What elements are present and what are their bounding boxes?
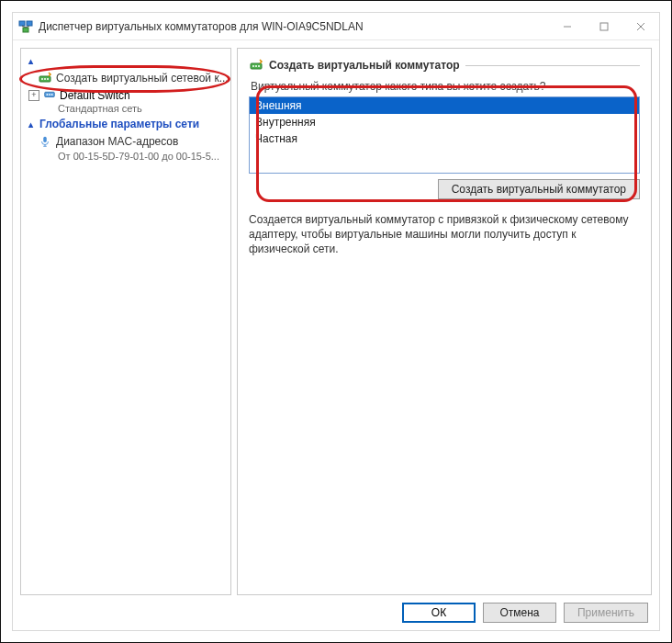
section-title: Создать виртуальный коммутатор — [269, 59, 460, 72]
svg-rect-3 — [600, 23, 608, 30]
chevron-up-icon: ▴ — [25, 56, 36, 66]
tree-group-switches[interactable]: ▴ Виртуальные коммутаторы — [21, 52, 230, 69]
network-switch-icon — [43, 87, 56, 103]
network-switch-icon — [249, 58, 263, 73]
tree-item-label: Диапазон MAC-адресов — [56, 135, 178, 148]
section-rule — [465, 65, 640, 66]
switch-type-option-external[interactable]: Внешняя — [250, 97, 639, 114]
titlebar: Диспетчер виртуальных коммутаторов для W… — [13, 13, 659, 40]
svg-point-7 — [47, 78, 49, 80]
svg-rect-0 — [19, 21, 25, 26]
tree-item-label: Default Switch — [56, 89, 130, 102]
expand-plus-icon[interactable]: + — [28, 90, 39, 101]
tree-item-label: Создать виртуальный сетевой к... — [56, 72, 229, 85]
window-title: Диспетчер виртуальных коммутаторов для W… — [39, 20, 543, 33]
switch-type-option-internal[interactable]: Внутренняя — [250, 114, 639, 130]
create-switch-button[interactable]: Создать виртуальный коммутатор — [438, 179, 640, 199]
svg-point-11 — [51, 94, 53, 96]
switch-type-description: Создается виртуальный коммутатор с привя… — [249, 212, 640, 257]
apply-button[interactable]: Применить — [564, 603, 648, 623]
create-button-row: Создать виртуальный коммутатор — [249, 179, 640, 199]
microphone-icon — [38, 134, 52, 149]
svg-point-10 — [49, 94, 50, 96]
svg-point-15 — [255, 65, 257, 67]
minimize-button[interactable] — [549, 13, 586, 39]
switch-type-listbox[interactable]: Внешняя Внутренняя Частная — [249, 96, 640, 174]
chevron-up-icon: ▴ — [25, 119, 36, 130]
cancel-button[interactable]: Отмена — [483, 603, 556, 623]
svg-rect-2 — [23, 28, 28, 32]
ok-button[interactable]: ОК — [402, 603, 476, 623]
dialog-footer: ОК Отмена Применить — [20, 601, 652, 623]
tree-item-mac-range[interactable]: Диапазон MAC-адресов — [21, 132, 230, 151]
app-icon — [18, 19, 33, 34]
left-tree-pane: ▴ Виртуальные коммутаторы Создать виртуа… — [20, 48, 231, 595]
network-switch-icon — [38, 71, 52, 85]
close-button[interactable] — [622, 13, 659, 39]
tree-group-global[interactable]: ▴ Глобальные параметры сети — [21, 116, 230, 132]
window-controls — [549, 13, 659, 39]
tree-item-subtext: Стандартная сеть — [21, 103, 230, 116]
tree-item-subtext: От 00-15-5D-79-01-00 до 00-15-5... — [21, 151, 230, 164]
panes: ▴ Виртуальные коммутаторы Создать виртуа… — [20, 48, 652, 595]
tree-group-label: Глобальные параметры сети — [39, 118, 199, 130]
section-header: Создать виртуальный коммутатор — [249, 58, 640, 73]
svg-point-14 — [252, 65, 254, 67]
maximize-button[interactable] — [586, 13, 622, 39]
tree-item-default-switch-row[interactable]: + Default Switch — [21, 87, 230, 103]
svg-point-5 — [41, 78, 43, 80]
svg-point-16 — [258, 65, 260, 67]
tree-item-create-switch[interactable]: Создать виртуальный сетевой к... — [21, 69, 230, 87]
svg-rect-1 — [27, 21, 32, 26]
svg-point-6 — [44, 78, 46, 80]
svg-point-9 — [47, 94, 49, 96]
dialog-window: Диспетчер виртуальных коммутаторов для W… — [12, 12, 660, 631]
content-area: ▴ Виртуальные коммутаторы Создать виртуа… — [13, 40, 659, 630]
switch-type-question: Виртуальный коммутатор какого типа вы хо… — [249, 80, 640, 93]
right-detail-pane: Создать виртуальный коммутатор Виртуальн… — [237, 48, 652, 595]
switch-type-option-private[interactable]: Частная — [250, 130, 639, 147]
svg-rect-12 — [43, 137, 47, 142]
